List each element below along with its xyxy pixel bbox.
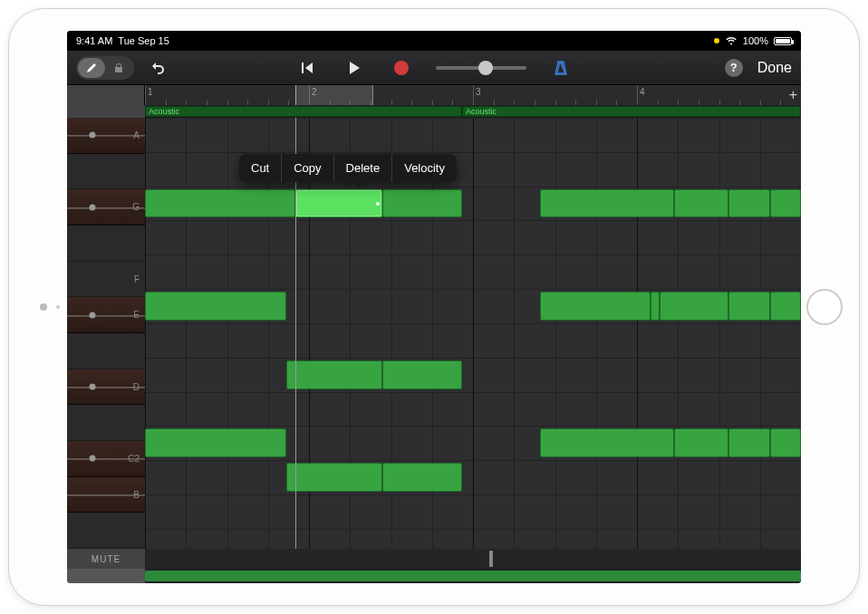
location-indicator-icon [714, 38, 719, 43]
ctx-cut[interactable]: Cut [239, 154, 282, 182]
note-label: F [134, 274, 140, 284]
ipad-frame: 9:41 AM Tue Sep 15 100% [8, 8, 860, 606]
bar-number: 1 [148, 87, 153, 97]
overview-track[interactable] [145, 569, 801, 583]
playhead-range[interactable] [295, 85, 373, 105]
ctx-copy[interactable]: Copy [282, 154, 333, 182]
add-button[interactable]: + [789, 87, 797, 103]
undo-button[interactable] [145, 55, 170, 81]
key-row: G [67, 189, 145, 225]
battery-percentage: 100% [743, 35, 768, 46]
midi-note[interactable] [660, 292, 728, 321]
key-row [67, 513, 145, 549]
key-row [67, 333, 145, 369]
mute-label[interactable]: MUTE [67, 549, 145, 569]
key-row: B [67, 477, 145, 513]
key-row: C2 [67, 441, 145, 477]
volume-slider[interactable] [436, 55, 526, 81]
play-button[interactable] [342, 55, 367, 81]
bar-number: 4 [640, 87, 645, 97]
home-button[interactable] [806, 289, 843, 325]
midi-note[interactable] [286, 360, 382, 389]
lock-icon[interactable] [105, 58, 132, 78]
midi-note[interactable] [728, 189, 770, 218]
ctx-delete[interactable]: Delete [334, 154, 393, 182]
mute-playhead[interactable] [489, 551, 493, 567]
transport-controls [294, 55, 574, 81]
midi-note[interactable] [728, 428, 770, 457]
ruler-row: + 1234 [67, 85, 801, 105]
wifi-icon [725, 36, 738, 45]
region-header-row: AcousticAcoustic [67, 105, 801, 118]
edit-mode-toggle[interactable] [76, 56, 134, 80]
battery-icon [774, 37, 792, 45]
draw-mode-icon[interactable] [78, 58, 105, 78]
key-row: E [67, 297, 145, 333]
note-keys: AGFEDC2B [67, 118, 145, 549]
region-gutter [67, 105, 145, 118]
record-button[interactable] [389, 55, 414, 81]
midi-note[interactable] [728, 292, 770, 321]
midi-note[interactable] [651, 292, 660, 321]
ruler-gutter [67, 85, 145, 105]
done-button[interactable]: Done [757, 60, 792, 76]
midi-note[interactable] [382, 463, 462, 492]
midi-note[interactable] [540, 189, 674, 218]
midi-note[interactable] [770, 292, 801, 321]
midi-note[interactable] [674, 428, 728, 457]
key-row [67, 154, 145, 190]
playhead-line [295, 118, 296, 549]
help-button[interactable]: ? [725, 59, 743, 77]
midi-note[interactable] [145, 292, 286, 321]
timeline-ruler[interactable]: + 1234 [145, 85, 801, 105]
midi-note[interactable] [382, 189, 462, 218]
mute-row: MUTE [67, 549, 801, 569]
key-row: A [67, 118, 145, 154]
midi-note[interactable] [674, 189, 728, 218]
key-row: D [67, 369, 145, 406]
midi-note[interactable] [540, 428, 674, 457]
region-track[interactable]: AcousticAcoustic [145, 105, 801, 118]
key-row: F [67, 262, 145, 298]
midi-note[interactable] [540, 292, 651, 321]
overview-gutter [67, 569, 145, 583]
midi-note[interactable] [382, 360, 462, 389]
midi-note[interactable] [145, 189, 295, 218]
context-menu: Cut Copy Delete Velocity [239, 154, 457, 182]
midi-note[interactable] [286, 463, 382, 492]
key-row [67, 405, 145, 441]
status-time: 9:41 AM [76, 35, 112, 46]
midi-note[interactable] [295, 189, 382, 218]
note-grid[interactable]: Cut Copy Delete Velocity [145, 118, 801, 549]
ctx-velocity[interactable]: Velocity [392, 154, 457, 182]
app-screen: 9:41 AM Tue Sep 15 100% [67, 31, 801, 583]
midi-note[interactable] [145, 428, 286, 457]
camera-dot [40, 303, 47, 311]
key-row [67, 225, 145, 262]
toolbar: ? Done [67, 51, 801, 85]
midi-note[interactable] [770, 189, 801, 218]
piano-roll: AGFEDC2B Cut Copy Delete Velocity [67, 118, 801, 549]
rewind-button[interactable] [294, 55, 320, 81]
midi-region[interactable]: Acoustic [462, 106, 801, 117]
status-bar: 9:41 AM Tue Sep 15 100% [67, 31, 801, 51]
bar-number: 3 [476, 87, 481, 97]
overview-row [67, 569, 801, 583]
metronome-button[interactable] [548, 55, 574, 81]
overview-region[interactable] [145, 571, 801, 581]
midi-note[interactable] [770, 428, 801, 457]
mute-track[interactable] [145, 549, 801, 569]
midi-region[interactable]: Acoustic [145, 106, 462, 117]
status-date: Tue Sep 15 [118, 35, 169, 46]
